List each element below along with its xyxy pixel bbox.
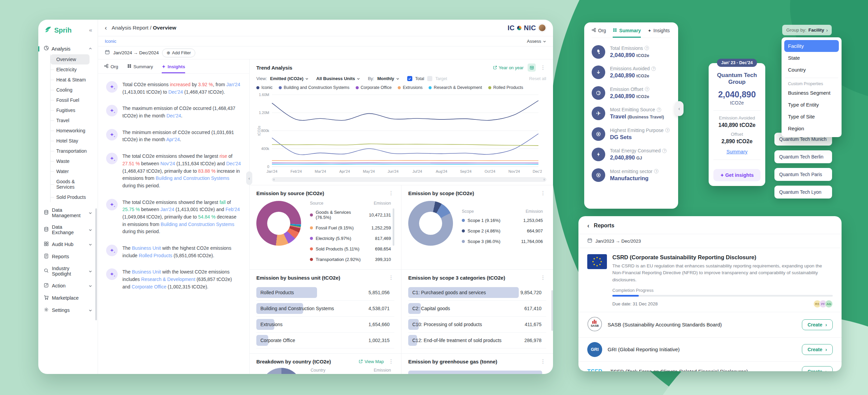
sidebar-item-marketplace[interactable]: Marketplace bbox=[43, 292, 93, 304]
sidebar-item-settings[interactable]: Settings bbox=[43, 304, 93, 316]
groupby-option-type-of-entity[interactable]: Type of Entity bbox=[784, 99, 839, 111]
tab-summary[interactable]: Summary bbox=[127, 64, 153, 73]
ghg-scrollbar[interactable] bbox=[551, 371, 553, 374]
insight-link[interactable]: Building and Construction Systems bbox=[156, 175, 229, 181]
scope3-scrollbar[interactable] bbox=[551, 290, 553, 331]
bar-row[interactable]: C2: Capital goods617,410 bbox=[408, 301, 546, 317]
info-icon[interactable]: ? bbox=[645, 46, 649, 50]
bar-row[interactable]: C10: Processing of sold products411,675 bbox=[408, 317, 546, 333]
groupby-option-business-segment[interactable]: Business Segment bbox=[784, 87, 839, 99]
chart-range-scrollbar[interactable] bbox=[272, 177, 546, 182]
legend-item[interactable]: Building and Construction Systems bbox=[279, 85, 350, 90]
sidebar-item-travel[interactable]: Travel bbox=[51, 115, 93, 126]
year-on-year-link[interactable]: Year on year bbox=[493, 65, 524, 70]
groupby-option-country[interactable]: Country bbox=[784, 64, 839, 76]
avatar[interactable] bbox=[538, 24, 546, 32]
sidebar-item-waste[interactable]: Waste bbox=[51, 156, 93, 166]
get-insights-button[interactable]: ✦ Get insights bbox=[713, 169, 761, 181]
sidebar-scrollbar[interactable] bbox=[95, 208, 97, 320]
sidebar-item-water[interactable]: Water bbox=[51, 166, 93, 176]
reports-back-icon[interactable]: ‹ bbox=[587, 222, 589, 229]
bar-row[interactable]: Extrusions1,654,660 bbox=[256, 317, 394, 333]
legend-item[interactable]: Extrusions bbox=[398, 85, 422, 90]
sidebar-item-reports[interactable]: Reports bbox=[43, 250, 93, 263]
assess-dropdown[interactable]: Assess bbox=[527, 39, 546, 44]
sidebar-item-fugitives[interactable]: Fugitives bbox=[51, 105, 93, 115]
info-icon[interactable]: ? bbox=[651, 67, 656, 71]
sidebar-item-transportation[interactable]: Transportation bbox=[51, 146, 93, 156]
sidebar-item-electricity[interactable]: Electricity bbox=[51, 64, 93, 75]
reports-date-range[interactable]: Jan/2023 → Dec/2023 bbox=[595, 239, 641, 244]
info-icon[interactable]: ? bbox=[645, 87, 649, 91]
date-range[interactable]: Jan/2024 → Dec/2024 bbox=[113, 50, 159, 55]
interval-select[interactable]: Monthly bbox=[377, 76, 399, 81]
reset-all-button[interactable]: Reset all bbox=[529, 76, 546, 81]
groupby-option-type-of-site[interactable]: Type of Site bbox=[784, 111, 839, 123]
card-tab-insights[interactable]: ✦ Insights bbox=[648, 28, 670, 38]
sidebar-item-audit-hub[interactable]: Audit Hub bbox=[43, 238, 93, 250]
tab-insights[interactable]: ✦ Insights bbox=[162, 64, 185, 73]
sidebar-item-overview[interactable]: Overview bbox=[51, 54, 90, 64]
table-view-button[interactable] bbox=[528, 63, 536, 72]
insight-link[interactable]: Corporate Office bbox=[132, 284, 166, 289]
insight-link[interactable]: Nov'24 bbox=[160, 161, 175, 166]
sidebar-item-homeworking[interactable]: Homeworking bbox=[51, 126, 93, 136]
bar-row[interactable]: Building and Construction Systems4,538,0… bbox=[256, 301, 394, 317]
create-button[interactable]: Create› bbox=[802, 344, 833, 355]
sidebar-item-industry-spotlight[interactable]: Industry Spotlight bbox=[43, 263, 93, 280]
bar-row[interactable]: C1: Purchased goods and services9,854,72… bbox=[408, 285, 546, 301]
view-map-link[interactable]: View Map bbox=[359, 359, 384, 364]
insights-collapse-handle[interactable]: ‹ bbox=[246, 171, 252, 185]
insight-link[interactable]: Dec'24 bbox=[168, 89, 183, 95]
sidebar-item-hotel-stay[interactable]: Hotel Stay bbox=[51, 136, 93, 146]
scope-kebab-icon[interactable]: ⋮ bbox=[540, 190, 546, 196]
avatar[interactable]: AG bbox=[825, 300, 833, 308]
source-kebab-icon[interactable]: ⋮ bbox=[388, 190, 394, 196]
insight-link[interactable]: Jan'24 bbox=[226, 82, 240, 87]
insight-link[interactable]: Apr'24 bbox=[166, 137, 180, 142]
insight-link[interactable]: Rolled Products bbox=[139, 253, 172, 258]
tab-org[interactable]: Org bbox=[104, 64, 118, 73]
sidebar-item-cooling[interactable]: Cooling bbox=[51, 85, 93, 95]
source-legend-scrollbar[interactable] bbox=[393, 208, 394, 246]
card-tab-summary[interactable]: Summary bbox=[613, 28, 641, 38]
sidebar-item-goods-services[interactable]: Goods & Services bbox=[51, 176, 93, 192]
bar-row[interactable]: CO212,340,985 bbox=[408, 369, 546, 374]
groupby-option-facility[interactable]: Facility bbox=[784, 40, 839, 52]
sidebar-item-action[interactable]: Action bbox=[43, 280, 93, 292]
groupby-option-state[interactable]: State bbox=[784, 52, 839, 64]
sidebar-item-sold-products[interactable]: Sold Products bbox=[51, 192, 93, 202]
view-select[interactable]: Emitted (tCO2e) bbox=[270, 76, 309, 81]
sidebar-section-analysis[interactable]: Analysis bbox=[43, 43, 93, 54]
business-units-select[interactable]: All Business Units bbox=[316, 76, 360, 81]
info-icon[interactable]: ? bbox=[662, 149, 667, 153]
legend-item[interactable]: Research & Development bbox=[429, 85, 482, 90]
card-tab-org[interactable]: Org bbox=[592, 28, 606, 38]
ghg-kebab-icon[interactable]: ⋮ bbox=[540, 358, 546, 364]
info-icon[interactable]: ? bbox=[665, 128, 670, 132]
trend-kebab-icon[interactable]: ⋮ bbox=[540, 64, 546, 71]
legend-item[interactable]: Corporate Office bbox=[356, 85, 392, 90]
facility-card[interactable]: Quantum Tech Lyon bbox=[774, 186, 832, 199]
bar-row[interactable]: C12: End-of-life treatment of sold produ… bbox=[408, 333, 546, 349]
groupby-option-region[interactable]: Region bbox=[784, 123, 839, 134]
sidebar-item-fossil-fuel[interactable]: Fossil Fuel bbox=[51, 95, 93, 105]
back-icon[interactable]: ‹ bbox=[105, 24, 107, 32]
bu-kebab-icon[interactable]: ⋮ bbox=[388, 275, 394, 281]
insight-link[interactable]: Dec'24 bbox=[226, 161, 241, 166]
sidebar-item-data-management[interactable]: Data Management bbox=[43, 204, 93, 221]
create-button[interactable]: Create› bbox=[802, 366, 833, 371]
total-checkbox[interactable] bbox=[407, 76, 412, 81]
add-filter-button[interactable]: ⊕Add Filter bbox=[162, 49, 195, 57]
legend-item[interactable]: Rolled Products bbox=[488, 85, 523, 90]
insight-link[interactable]: Dec'24 bbox=[166, 113, 181, 118]
group-by-control[interactable]: Group by: Facility › bbox=[782, 25, 832, 35]
insight-link[interactable]: Research & Development bbox=[141, 277, 195, 282]
bar-row[interactable]: Corporate Office1,002,315 bbox=[256, 333, 394, 349]
entity-summary-link[interactable]: Summary bbox=[726, 149, 747, 154]
insight-link[interactable]: Business Unit bbox=[132, 269, 161, 275]
insight-link[interactable]: Jan'24 bbox=[160, 207, 174, 212]
summary-card-collapse-handle[interactable]: ‹ bbox=[675, 101, 684, 116]
sidebar-item-heat-steam[interactable]: Heat & Steam bbox=[51, 75, 93, 85]
sidebar-item-data-exchange[interactable]: Data Exchange bbox=[43, 221, 93, 238]
